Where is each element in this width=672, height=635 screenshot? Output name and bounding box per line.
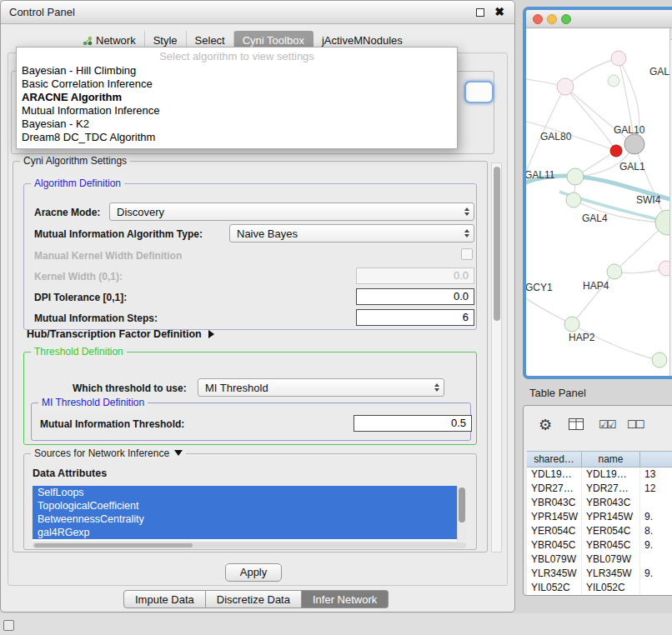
popup-option-dream8[interactable]: Dream8 DC_TDC Algorithm xyxy=(17,131,457,144)
table-cell[interactable]: 13 xyxy=(640,468,672,482)
settings-scrollbar[interactable] xyxy=(491,162,502,552)
aracne-mode-combobox[interactable]: Discovery xyxy=(109,202,474,221)
scrollbar-thumb[interactable] xyxy=(459,488,465,522)
network-node[interactable] xyxy=(566,192,581,208)
table-cell[interactable] xyxy=(640,552,672,567)
which-threshold-combobox[interactable]: MI Threshold xyxy=(198,378,444,397)
float-window-icon[interactable] xyxy=(476,8,484,17)
list-item-topologicalcoefficient[interactable]: TopologicalCoefficient xyxy=(33,499,457,512)
table-cell[interactable]: YPR145W xyxy=(527,510,582,524)
popup-option-aracne[interactable]: ARACNE Algorithm xyxy=(17,91,457,104)
table-cell[interactable]: 9. xyxy=(640,538,672,552)
zoom-traffic-light[interactable] xyxy=(561,14,571,24)
table-cell[interactable]: 12 xyxy=(640,482,672,496)
table-cell[interactable]: YBR045C xyxy=(582,538,640,552)
network-canvas[interactable]: GAL GAL80 GAL10 GAL11 GAL1 SWI4 GAL4 GCY… xyxy=(526,28,669,376)
popup-option-bayesian-hill-climbing[interactable]: Bayesian - Hill Climbing xyxy=(17,64,457,78)
column-header-shared[interactable]: shared… xyxy=(527,452,582,467)
table-row[interactable]: YDR27…YDR27…12 xyxy=(527,482,672,496)
table-cell[interactable]: YLR345W xyxy=(582,567,640,581)
sources-expander[interactable]: Sources for Network Inference xyxy=(31,448,186,459)
network-node[interactable] xyxy=(564,317,579,332)
popup-option-basic-correlation[interactable]: Basic Correlation Inference xyxy=(17,78,457,91)
scrollbar-thumb[interactable] xyxy=(494,167,500,321)
network-node[interactable] xyxy=(652,352,667,368)
list-item-betweennesscentrality[interactable]: BetweennessCentrality xyxy=(33,512,457,526)
table-cell[interactable] xyxy=(640,581,672,595)
kernel-width-field[interactable]: 0.0 xyxy=(356,268,474,284)
gear-icon[interactable]: ⚙ xyxy=(539,416,552,434)
minimize-traffic-light[interactable] xyxy=(547,14,557,24)
tab-discretize-data[interactable]: Discretize Data xyxy=(206,590,302,608)
control-panel-titlebar[interactable]: Control Panel ✖ xyxy=(1,1,514,24)
table-row[interactable]: YLR345WYLR345W9. xyxy=(527,567,672,581)
table-cell[interactable]: 8. xyxy=(640,524,672,538)
table-row[interactable]: YBR043CYBR043C xyxy=(527,496,672,510)
which-threshold-label: Which threshold to use: xyxy=(73,382,187,394)
table-cell[interactable] xyxy=(640,496,672,510)
mi-threshold-field[interactable]: 0.5 xyxy=(354,415,472,432)
table-row[interactable]: YER054CYER054C8. xyxy=(527,524,672,538)
table-row[interactable]: YPR145WYPR145W9. xyxy=(527,510,672,524)
popup-option-mutual-information[interactable]: Mutual Information Inference xyxy=(17,104,457,118)
table-row[interactable]: YBL079WYBL079W xyxy=(527,552,672,567)
network-view-window[interactable]: GAL GAL80 GAL10 GAL11 GAL1 SWI4 GAL4 GCY… xyxy=(523,7,672,379)
tab-infer-network[interactable]: Infer Network xyxy=(302,590,389,608)
table-row[interactable]: YBR045CYBR045C9. xyxy=(527,538,672,552)
network-node-highlighted[interactable] xyxy=(610,145,622,157)
select-all-icon[interactable]: ☑☑ xyxy=(599,418,614,431)
close-traffic-light[interactable] xyxy=(533,14,543,24)
column-header-extra[interactable] xyxy=(640,452,672,467)
data-attributes-list[interactable]: SelfLoops TopologicalCoefficient Between… xyxy=(33,486,466,541)
network-node[interactable] xyxy=(611,51,626,66)
scrollbar-thumb[interactable] xyxy=(34,543,193,548)
table-cell[interactable]: 9. xyxy=(640,567,672,581)
table-cell[interactable]: 9. xyxy=(640,510,672,524)
mi-steps-field[interactable]: 6 xyxy=(356,309,474,326)
table-cell[interactable]: YIL052C xyxy=(582,581,640,595)
manual-kernel-checkbox[interactable] xyxy=(461,248,473,260)
table-cell[interactable]: YBL079W xyxy=(527,552,582,567)
table-cell[interactable]: YDR27… xyxy=(582,482,640,496)
table-cell[interactable]: YER054C xyxy=(582,524,640,538)
table-cell[interactable]: YDL19… xyxy=(527,468,582,482)
dpi-tolerance-field[interactable]: 0.0 xyxy=(356,288,474,305)
minimized-panel-icon[interactable] xyxy=(3,620,14,631)
network-node[interactable] xyxy=(659,261,669,276)
cyni-algorithm-settings-group: Cyni Algorithm Settings Algorithm Defini… xyxy=(13,161,488,552)
close-icon[interactable]: ✖ xyxy=(494,5,504,18)
list-vertical-scrollbar[interactable] xyxy=(457,486,466,541)
network-icon xyxy=(83,36,93,46)
list-item-gal4rgexp[interactable]: gal4RGexp xyxy=(33,526,457,539)
list-item-selfloops[interactable]: SelfLoops xyxy=(33,486,457,499)
network-node[interactable] xyxy=(567,168,584,185)
tab-impute-data[interactable]: Impute Data xyxy=(123,590,206,608)
table-cell[interactable]: YER054C xyxy=(527,524,582,538)
column-header-name[interactable]: name xyxy=(582,452,640,467)
apply-button[interactable]: Apply xyxy=(225,563,282,582)
columns-icon[interactable] xyxy=(569,418,584,433)
network-node[interactable] xyxy=(607,264,622,279)
popup-option-bayesian-k2[interactable]: Bayesian - K2 xyxy=(17,118,457,131)
mi-type-combobox[interactable]: Naive Bayes xyxy=(229,224,474,242)
network-node[interactable] xyxy=(624,134,644,154)
table-cell[interactable]: YDR27… xyxy=(527,482,582,496)
table-cell[interactable]: YLR345W xyxy=(527,567,582,581)
table-cell[interactable]: YBR043C xyxy=(527,496,582,510)
table-row[interactable]: YIL052CYIL052C xyxy=(527,581,672,595)
network-node[interactable] xyxy=(608,75,619,87)
list-horizontal-scrollbar[interactable] xyxy=(33,542,466,548)
table-cell[interactable]: YPR145W xyxy=(582,510,640,524)
table-cell[interactable]: YBL079W xyxy=(582,552,640,567)
table-cell[interactable]: YBR043C xyxy=(582,496,640,510)
hub-definition-expander[interactable]: Hub/Transcription Factor Definition xyxy=(27,328,214,340)
table-cell[interactable]: YBR045C xyxy=(527,538,582,552)
control-panel-window: Control Panel ✖ Network Style Select Cyn… xyxy=(0,0,515,612)
table-row[interactable]: YDL19…YDL19…13 xyxy=(527,468,672,482)
network-node[interactable] xyxy=(557,78,574,95)
network-window-titlebar[interactable] xyxy=(526,10,672,28)
table-cell[interactable]: YIL052C xyxy=(527,581,582,595)
table-cell[interactable]: YDL19… xyxy=(582,468,640,482)
deselect-all-icon[interactable]: ☐☐ xyxy=(627,418,643,431)
focused-spinner-field[interactable] xyxy=(464,81,494,103)
